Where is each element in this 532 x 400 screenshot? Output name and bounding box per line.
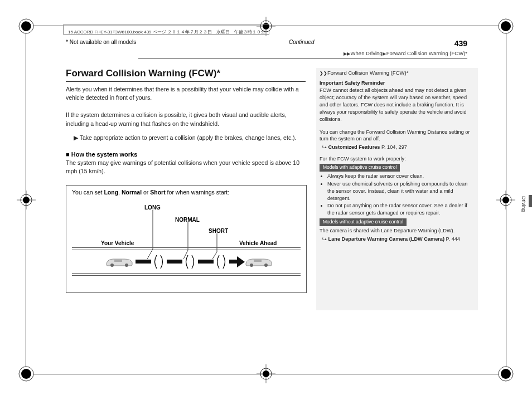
file-stamp: 15 ACCORD FHEY-31T3W6100.book 439 ページ ２０… (66, 28, 268, 36)
paren-right-icon (221, 254, 228, 270)
alert-text: If the system determines a collision is … (66, 111, 306, 128)
intro-text: Alerts you when it determines that there… (66, 85, 306, 102)
corner-ornament-icon (18, 18, 34, 34)
camera-text: The camera is shared with Lane Departure… (320, 227, 476, 235)
reminder-heading: Important Safety Reminder (320, 80, 476, 87)
breadcrumb-rule (138, 58, 467, 59)
list-item: Never use chemical solvents or polishing… (327, 181, 476, 202)
arrow-segment-icon (167, 260, 182, 264)
tab-label: Driving (521, 196, 526, 212)
cross-ref-customized: ⮑ Customized Features P. 104, 297 (320, 144, 476, 151)
how-text: The system may give warnings of potentia… (66, 159, 306, 175)
paren-left-icon (152, 254, 158, 270)
chevron-icon: ❯❯ (320, 71, 327, 76)
corner-ornament-icon (498, 18, 514, 34)
breadcrumb-section-2: Forward Collision Warning (FCW) (386, 50, 466, 56)
sidebar-notes: ❯❯Forward Collision Warning (FCW)* Impor… (320, 68, 476, 247)
link-arrow-icon: ⮑ (322, 144, 327, 150)
page-title: Forward Collision Warning (FCW)* (66, 68, 306, 79)
paren-right-icon (159, 254, 166, 270)
triangle-bullet-icon: ▶ (74, 134, 78, 141)
diagram-title: You can set Long, Normal or Short for wh… (66, 186, 306, 199)
arrow-segment-icon (198, 260, 214, 264)
car-icon (105, 256, 133, 267)
breadcrumb-sep-icon: ▶ (383, 51, 386, 56)
crop-mark-line (33, 374, 499, 374)
page-number: 439 (454, 39, 467, 48)
svg-point-26 (110, 264, 114, 267)
square-bullet-icon: ■ (66, 151, 70, 158)
arrow-segment-icon (136, 260, 151, 264)
crop-mark-line (26, 33, 26, 367)
corner-ornament-icon (18, 366, 34, 382)
corner-ornament-icon (498, 366, 514, 382)
arrow-segment-icon (229, 260, 237, 264)
list-item: Do not put anything on the radar sensor … (327, 202, 476, 217)
model-tag-with-acc: Models with adaptive cruise control (320, 164, 400, 172)
arrow-head-icon (237, 256, 245, 267)
list-item: Always keep the radar sensor cover clean… (327, 173, 476, 180)
paren-left-icon (183, 254, 190, 270)
change-setting-text: You can change the Forward Collision War… (320, 129, 476, 143)
reminder-text: FCW cannot detect all objects ahead and … (320, 87, 476, 123)
how-heading: ■ How the system works (66, 151, 306, 158)
title-rule (66, 81, 306, 82)
breadcrumb-asterisk: * (465, 50, 467, 56)
fcw-diagram: You can set Long, Normal or Short for wh… (66, 185, 307, 293)
paren-right-icon (190, 254, 197, 270)
footnote: * Not available on all models (66, 39, 136, 45)
registration-mark-icon (17, 191, 36, 209)
svg-point-27 (125, 264, 128, 267)
continued-label: Continued (289, 39, 315, 45)
proper-text: For the FCW system to work properly: (320, 155, 476, 163)
bullet-list: Always keep the radar sensor cover clean… (320, 173, 476, 217)
tab-bar-icon (529, 195, 532, 207)
sidebar-title: ❯❯Forward Collision Warning (FCW)* (320, 69, 476, 76)
action-text: ▶ Take appropriate action to prevent a c… (66, 134, 306, 142)
svg-point-28 (250, 264, 253, 267)
breadcrumb-arrow-icon: ▶▶ (344, 51, 351, 56)
model-tag-without-acc: Models without adaptive cruise control (320, 218, 407, 226)
road-graphic (72, 244, 301, 277)
cross-ref-ldw: ⮑ Lane Departure Warning Camera (LDW Cam… (320, 236, 476, 243)
car-icon (245, 256, 273, 267)
crop-mark-line (506, 33, 506, 367)
breadcrumb: ▶▶When Driving▶Forward Collision Warning… (344, 50, 467, 56)
link-arrow-icon: ⮑ (322, 236, 327, 242)
svg-point-29 (264, 264, 268, 267)
section-tab: Driving (524, 195, 532, 228)
paren-left-icon (214, 254, 221, 270)
breadcrumb-section-1: When Driving (351, 50, 383, 56)
